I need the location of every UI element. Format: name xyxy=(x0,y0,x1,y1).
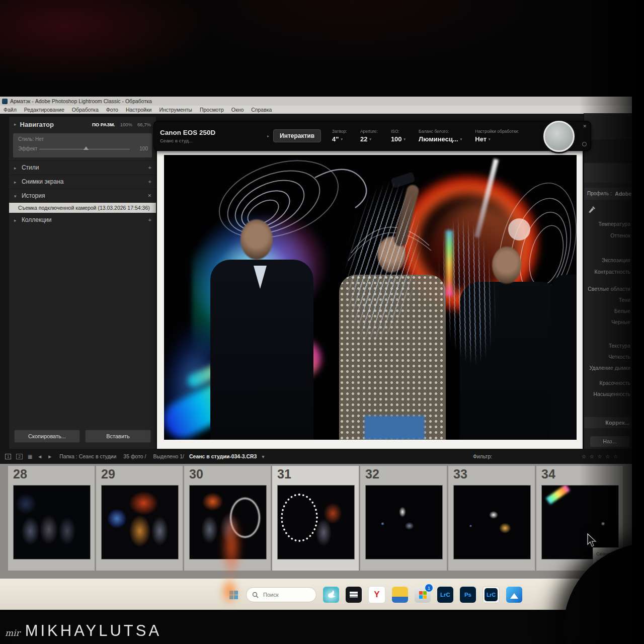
photos-app-icon[interactable] xyxy=(506,587,522,603)
photo-canvas-frame xyxy=(157,151,583,449)
panel-section-history[interactable]: ▾ История ✕ xyxy=(9,189,156,203)
main-window-icon[interactable]: 1 xyxy=(5,454,11,459)
iso-setting[interactable]: ISO: 100▾ xyxy=(391,129,406,143)
red-light-reflection xyxy=(211,506,252,606)
stepper-icon[interactable]: ▾ xyxy=(369,137,371,141)
filmstrip-frame-28[interactable]: 28 xyxy=(8,466,95,571)
camera-name[interactable]: Canon EOS 250D xyxy=(160,129,263,136)
profile-row[interactable]: Профиль : Adobe xyxy=(584,188,632,200)
ambient-red-glow xyxy=(0,0,644,101)
slider-label-texture: Текстура xyxy=(555,343,630,349)
shutter-speed-setting[interactable]: Затвор: 4"▾ xyxy=(332,129,347,143)
panel-section-styles[interactable]: ▸ Стили + xyxy=(9,160,156,175)
filmstrip-frame-29[interactable]: 29 xyxy=(96,466,183,571)
menu-item-file[interactable]: Файл xyxy=(4,107,17,113)
tethered-capture-bar: Canon EOS 250D Сеанс в студ... ▸ Интерак… xyxy=(153,121,591,151)
lightroom-app-icon xyxy=(2,99,8,104)
menu-item-window[interactable]: Окно xyxy=(231,107,244,113)
mail-app-icon[interactable] xyxy=(392,587,408,603)
grid-view-icon[interactable]: ▦ xyxy=(28,454,32,459)
camera-block[interactable]: Canon EOS 250D Сеанс в студ... xyxy=(154,129,263,143)
frame-thumbnail[interactable] xyxy=(101,485,179,559)
collapse-caret-icon[interactable]: ▸ xyxy=(267,134,269,138)
white-balance-eyedropper-icon[interactable] xyxy=(587,204,597,214)
frame-thumbnail[interactable] xyxy=(13,485,91,559)
add-preset-icon[interactable]: + xyxy=(148,161,151,175)
menu-item-edit[interactable]: Редактирование xyxy=(24,107,64,113)
taskbar-search[interactable] xyxy=(246,587,316,602)
boy-left-silhouette xyxy=(210,260,313,440)
aperture-value[interactable]: 22 xyxy=(360,135,367,143)
filmstrip-frame-31-selected[interactable]: 31 xyxy=(272,466,359,571)
menu-bar: Файл Редактирование Обработка Фото Настр… xyxy=(0,106,632,114)
iso-value[interactable]: 100 xyxy=(391,135,402,143)
lightroom-classic-active-icon[interactable]: LrC xyxy=(482,586,500,603)
microsoft-store-icon[interactable]: 1 xyxy=(415,587,431,603)
shutter-speed-label: Затвор: xyxy=(332,129,347,134)
folder-breadcrumb[interactable]: Папка : Сеанс в студии xyxy=(59,453,116,459)
star-rating-filter[interactable]: ☆ ☆ ☆ ☆ ☆ xyxy=(582,454,619,459)
filmstrip: 28 29 30 31 32 33 xyxy=(0,464,632,579)
search-input[interactable] xyxy=(262,591,309,598)
photoshop-icon[interactable]: Ps xyxy=(460,587,476,603)
profile-label: Профиль : xyxy=(587,188,612,200)
zoom-66-option[interactable]: 66,7% xyxy=(137,122,151,127)
filmstrip-frame-33[interactable]: 33 xyxy=(448,466,535,571)
panel-section-snapshots[interactable]: ▸ Снимки экрана + xyxy=(9,175,156,189)
panel-section-collections[interactable]: ▸ Коллекции + xyxy=(9,213,156,227)
lightroom-classic-icon[interactable]: LrC xyxy=(437,587,453,603)
add-collection-icon[interactable]: + xyxy=(148,213,151,227)
copy-settings-button[interactable]: Скопировать... xyxy=(14,430,80,443)
shutter-release-button[interactable] xyxy=(543,121,575,152)
add-snapshot-icon[interactable]: + xyxy=(148,175,151,189)
white-balance-value[interactable]: Люминесц... xyxy=(419,135,458,143)
lens-correction-section[interactable]: Коррек... xyxy=(584,417,632,428)
zoom-fit-option[interactable]: ПО РАЗМ. xyxy=(92,122,115,127)
navigator-header[interactable]: ▸ Навигатор ПО РАЗМ. 100% 66,7% xyxy=(9,117,156,132)
white-balance-setting[interactable]: Баланс белого: Люминесц...▾ xyxy=(419,129,462,143)
frame-thumbnail[interactable] xyxy=(365,485,443,559)
filmstrip-caret-icon[interactable]: ▾ xyxy=(262,454,264,459)
shutter-speed-value[interactable]: 4" xyxy=(332,135,339,143)
yandex-browser-icon[interactable]: Y xyxy=(368,586,385,603)
develop-settings-setting[interactable]: Настройки обработки: Нет▾ xyxy=(475,129,519,143)
second-window-icon[interactable]: 2 xyxy=(16,454,22,459)
stepper-icon[interactable]: ▾ xyxy=(489,137,491,141)
filmstrip-frame-32[interactable]: 32 xyxy=(360,466,447,571)
current-filename[interactable]: Сеанс в студии-034-3.CR3 xyxy=(189,453,257,459)
menu-item-tools[interactable]: Инструменты xyxy=(159,107,192,113)
slider-label-contrast: Контрастность xyxy=(555,269,630,275)
aperture-setting[interactable]: Aperture: 22▾ xyxy=(360,129,378,143)
frame-thumbnail[interactable] xyxy=(277,485,355,559)
stepper-icon[interactable]: ▾ xyxy=(404,137,406,141)
menu-item-settings[interactable]: Настройки xyxy=(126,107,152,113)
menu-item-develop[interactable]: Обработка xyxy=(72,107,99,113)
develop-settings-value[interactable]: Нет xyxy=(475,135,487,143)
file-explorer-icon[interactable] xyxy=(346,587,362,603)
paste-settings-button[interactable]: Вставить xyxy=(85,430,151,443)
effect-slider-thumb[interactable] xyxy=(84,146,89,150)
zoom-100-option[interactable]: 100% xyxy=(120,122,132,127)
frame-thumbnail[interactable] xyxy=(453,485,531,559)
interactive-mode-button[interactable]: Интерактив xyxy=(273,129,321,142)
swan-app-icon[interactable] xyxy=(323,587,339,603)
notification-badge: 1 xyxy=(425,584,433,592)
menu-item-photo[interactable]: Фото xyxy=(106,107,118,113)
history-item-tethered-capture[interactable]: Съемка подключенной камерой (13.03.2026 … xyxy=(9,203,156,213)
next-photo-icon[interactable]: ► xyxy=(47,454,52,459)
menu-item-help[interactable]: Справка xyxy=(251,107,272,113)
tether-close-icon[interactable]: ✕ xyxy=(583,124,587,129)
clear-history-icon[interactable]: ✕ xyxy=(147,189,151,203)
previous-button[interactable]: Наз... xyxy=(590,436,629,447)
previous-photo-icon[interactable]: ◄ xyxy=(37,454,42,459)
stepper-icon[interactable]: ▾ xyxy=(460,137,462,141)
slider-label-blacks: Черные xyxy=(555,319,630,325)
selected-count: Выделено 1/ xyxy=(153,453,184,459)
histogram-collapsed-band[interactable] xyxy=(584,139,632,163)
main-photo-preview[interactable] xyxy=(164,155,577,440)
stepper-icon[interactable]: ▾ xyxy=(341,137,343,141)
frame-number: 33 xyxy=(453,467,467,481)
menu-item-view[interactable]: Просмотр xyxy=(200,107,224,113)
tether-settings-icon[interactable] xyxy=(582,142,587,146)
filter-label[interactable]: Фильтр: xyxy=(473,453,492,459)
